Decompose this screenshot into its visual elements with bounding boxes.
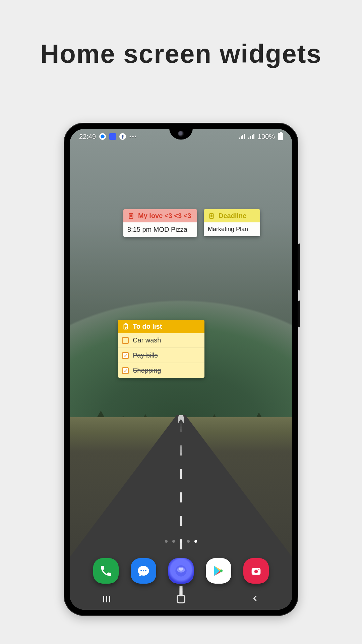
todo-widget[interactable]: To do list Car washPay billsShopping (118, 320, 204, 378)
todo-item[interactable]: Pay bills (118, 348, 204, 363)
note-widget-title: My love <3 <3 <3 (138, 212, 191, 220)
todo-item-label: Car wash (133, 336, 161, 344)
navigation-bar (70, 588, 292, 610)
battery-percent: 100% (258, 133, 275, 141)
note-widget-body: Marketing Plan (204, 222, 260, 236)
back-button[interactable] (245, 594, 265, 604)
signal-strength-icon (239, 134, 245, 139)
page-dot[interactable] (194, 540, 197, 543)
note-widget-title: Deadline (219, 212, 246, 220)
todo-item[interactable]: Car wash (118, 333, 204, 348)
front-camera (178, 131, 184, 137)
home-button[interactable] (171, 594, 191, 604)
more-notifications-icon: ••• (129, 133, 137, 140)
clipboard-icon (122, 323, 129, 330)
checkbox-checked-icon[interactable] (122, 367, 129, 374)
checkbox-checked-icon[interactable] (122, 352, 129, 359)
todo-item-label: Pay bills (133, 352, 158, 359)
svg-point-6 (140, 570, 142, 571)
browser-app-icon[interactable] (168, 558, 194, 584)
promo-headline: Home screen widgets (40, 39, 322, 69)
checkbox-unchecked-icon[interactable] (122, 337, 129, 344)
messenger-notification-icon (99, 133, 106, 140)
battery-icon (278, 133, 283, 140)
svg-point-8 (145, 570, 146, 571)
camera-app-icon[interactable] (243, 558, 269, 584)
app-notification-icon (109, 133, 116, 140)
signal-strength-icon (248, 134, 254, 139)
page-dot[interactable] (172, 540, 175, 543)
power-button[interactable] (298, 301, 300, 327)
phone-screen: 22:49 f ••• 100% My love <3 <3 (70, 129, 292, 610)
svg-point-7 (143, 570, 144, 571)
clipboard-icon (127, 212, 135, 220)
page-dot[interactable] (187, 540, 190, 543)
page-dot[interactable] (165, 540, 168, 543)
phone-app-icon[interactable] (93, 558, 119, 584)
svg-point-13 (254, 570, 258, 573)
phone-frame: 22:49 f ••• 100% My love <3 <3 (64, 123, 298, 616)
volume-button[interactable] (298, 244, 300, 290)
wallpaper-mountain (70, 129, 292, 427)
facebook-notification-icon: f (119, 133, 126, 140)
todo-widget-title: To do list (133, 323, 162, 330)
clipboard-icon (208, 212, 215, 220)
status-time: 22:49 (79, 133, 96, 141)
page-dot[interactable] (180, 540, 182, 543)
messages-app-icon[interactable] (131, 558, 156, 584)
svg-point-11 (179, 568, 183, 571)
recents-button[interactable] (97, 594, 117, 604)
page-indicator[interactable] (70, 540, 292, 543)
note-widget-love[interactable]: My love <3 <3 <3 8:15 pm MOD Pizza (123, 209, 197, 237)
play-store-app-icon[interactable] (206, 558, 231, 584)
app-dock (70, 558, 292, 584)
todo-item[interactable]: Shopping (118, 363, 204, 378)
note-widget-body: 8:15 pm MOD Pizza (123, 222, 197, 237)
todo-item-label: Shopping (133, 367, 161, 374)
svg-point-14 (258, 569, 259, 570)
note-widget-deadline[interactable]: Deadline Marketing Plan (204, 209, 260, 236)
